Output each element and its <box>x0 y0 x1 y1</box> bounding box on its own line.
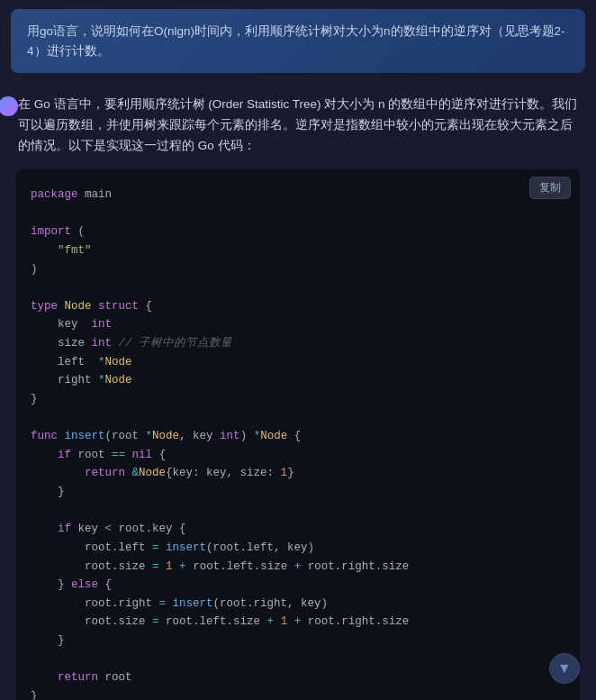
scroll-icon: ▼ <box>557 660 572 677</box>
scroll-button[interactable]: ▼ <box>549 653 580 684</box>
main-response: 在 Go 语言中，要利用顺序统计树 (Order Statistic Tree)… <box>0 82 596 700</box>
code-block: 复制 package main import ( "fmt" ) type No… <box>16 169 580 700</box>
avatar <box>0 96 18 116</box>
top-banner: 用go语言，说明如何在O(nlgn)时间内，利用顺序统计树对大小为n的数组中的逆… <box>11 9 585 73</box>
banner-text: 用go语言，说明如何在O(nlgn)时间内，利用顺序统计树对大小为n的数组中的逆… <box>27 24 565 58</box>
svg-point-0 <box>3 101 14 112</box>
code-content: package main import ( "fmt" ) type Node … <box>16 169 580 700</box>
copy-button[interactable]: 复制 <box>529 177 571 199</box>
response-text: 在 Go 语言中，要利用顺序统计树 (Order Statistic Tree)… <box>16 95 580 157</box>
